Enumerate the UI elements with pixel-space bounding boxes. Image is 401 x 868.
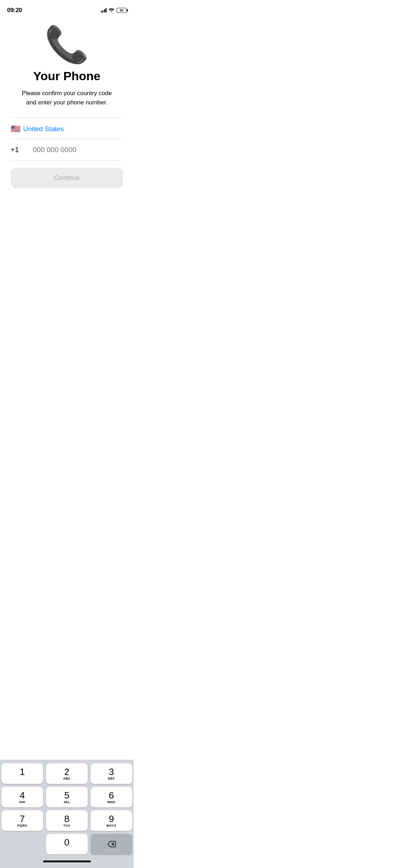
bottom-divider bbox=[11, 160, 123, 161]
top-divider bbox=[11, 118, 123, 118]
wifi-icon bbox=[109, 7, 114, 14]
phone-illustration: 📞 bbox=[45, 26, 89, 62]
main-content: 📞 Your Phone Please confirm your country… bbox=[0, 16, 134, 195]
battery-icon: 84 bbox=[117, 8, 127, 13]
signal-icon bbox=[101, 8, 107, 12]
phone-number-input[interactable] bbox=[33, 146, 123, 154]
page-subtitle: Please confirm your country codeand ente… bbox=[22, 89, 112, 107]
page-title: Your Phone bbox=[33, 69, 100, 83]
continue-button[interactable]: Continue bbox=[11, 168, 123, 188]
country-selector[interactable]: 🇺🇸 United States bbox=[11, 123, 123, 139]
country-name: United States bbox=[23, 125, 64, 133]
status-bar: 09:20 84 bbox=[0, 0, 134, 16]
country-code: +1 bbox=[11, 146, 28, 154]
status-time: 09:20 bbox=[7, 7, 22, 14]
country-flag: 🇺🇸 bbox=[11, 124, 20, 134]
phone-input-row: +1 bbox=[11, 139, 123, 160]
phone-form: 🇺🇸 United States +1 Continue bbox=[11, 118, 123, 195]
status-icons: 84 bbox=[101, 7, 127, 14]
